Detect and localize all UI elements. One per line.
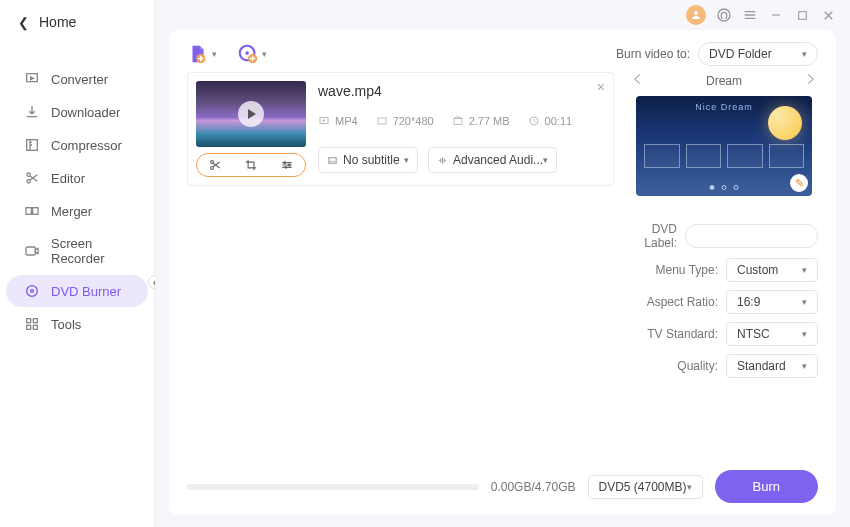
disc-icon bbox=[24, 283, 40, 299]
chevron-down-icon: ▾ bbox=[543, 155, 548, 165]
sidebar: ❮ Home Converter Downloader Compressor E… bbox=[0, 0, 155, 527]
add-file-icon bbox=[187, 43, 209, 65]
record-icon bbox=[24, 243, 40, 259]
chevron-down-icon: ▾ bbox=[404, 155, 409, 165]
sidebar-item-tools[interactable]: Tools bbox=[6, 308, 148, 340]
effects-button[interactable] bbox=[280, 158, 294, 172]
back-icon[interactable]: ❮ bbox=[18, 15, 29, 30]
tv-standard-select[interactable]: NTSC▾ bbox=[726, 322, 818, 346]
prev-template-button[interactable] bbox=[630, 72, 644, 90]
play-icon bbox=[238, 101, 264, 127]
support-icon[interactable] bbox=[716, 7, 732, 23]
close-button[interactable] bbox=[820, 7, 836, 23]
svg-rect-5 bbox=[26, 247, 35, 255]
dvd-label-input[interactable] bbox=[685, 224, 818, 248]
dvd-label-label: DVD Label: bbox=[630, 222, 677, 250]
compress-icon bbox=[24, 137, 40, 153]
svg-point-23 bbox=[285, 166, 287, 168]
chevron-down-icon: ▾ bbox=[687, 482, 692, 492]
chevron-down-icon: ▾ bbox=[802, 361, 807, 371]
svg-point-19 bbox=[211, 161, 214, 164]
svg-point-21 bbox=[284, 162, 286, 164]
subtitle-select[interactable]: No subtitle ▾ bbox=[318, 147, 418, 173]
audio-select[interactable]: Advanced Audi... ▾ bbox=[428, 147, 557, 173]
svg-point-7 bbox=[31, 290, 34, 293]
sidebar-label: Downloader bbox=[51, 105, 120, 120]
edit-template-button[interactable]: ✎ bbox=[790, 174, 808, 192]
subtitle-value: No subtitle bbox=[343, 153, 400, 167]
disc-type-select[interactable]: DVD5 (4700MB)▾ bbox=[588, 475, 703, 499]
burn-to-label: Burn video to: bbox=[616, 47, 690, 61]
chevron-down-icon: ▾ bbox=[262, 49, 267, 59]
svg-rect-3 bbox=[26, 208, 31, 215]
sidebar-label: Converter bbox=[51, 72, 108, 87]
clock-icon bbox=[528, 115, 540, 127]
burn-button[interactable]: Burn bbox=[715, 470, 818, 503]
burn-to-value: DVD Folder bbox=[709, 47, 772, 61]
quality-label: Quality: bbox=[677, 359, 718, 373]
aspect-ratio-select[interactable]: 16:9▾ bbox=[726, 290, 818, 314]
converter-icon bbox=[24, 71, 40, 87]
svg-point-13 bbox=[718, 9, 730, 21]
sidebar-item-editor[interactable]: Editor bbox=[6, 162, 148, 194]
menu-icon[interactable] bbox=[742, 7, 758, 23]
video-thumbnail[interactable] bbox=[196, 81, 306, 147]
disc-usage-bar bbox=[187, 484, 479, 490]
format-icon bbox=[318, 115, 330, 127]
chevron-down-icon: ▾ bbox=[802, 265, 807, 275]
sidebar-item-downloader[interactable]: Downloader bbox=[6, 96, 148, 128]
file-name: wave.mp4 bbox=[318, 83, 605, 99]
audio-value: Advanced Audi... bbox=[453, 153, 543, 167]
quality-select[interactable]: Standard▾ bbox=[726, 354, 818, 378]
svg-point-17 bbox=[245, 51, 249, 55]
svg-rect-25 bbox=[378, 118, 386, 124]
next-template-button[interactable] bbox=[804, 72, 818, 90]
svg-rect-4 bbox=[33, 208, 38, 215]
moon-graphic bbox=[768, 106, 802, 140]
home-label: Home bbox=[39, 14, 76, 30]
sidebar-item-dvd-burner[interactable]: DVD Burner bbox=[6, 275, 148, 307]
subtitle-icon bbox=[327, 155, 338, 166]
sidebar-item-merger[interactable]: Merger bbox=[6, 195, 148, 227]
sidebar-item-converter[interactable]: Converter bbox=[6, 63, 148, 95]
resolution-value: 720*480 bbox=[393, 115, 434, 127]
chevron-down-icon: ▾ bbox=[802, 329, 807, 339]
svg-rect-11 bbox=[33, 325, 37, 329]
content-card: ▾ ▾ Burn video to: DVD Folder ▾ × bbox=[169, 30, 836, 515]
minimize-button[interactable] bbox=[768, 7, 784, 23]
thumb-actions bbox=[196, 153, 306, 177]
scissors-icon bbox=[24, 170, 40, 186]
avatar[interactable] bbox=[686, 5, 706, 25]
add-disc-icon bbox=[237, 43, 259, 65]
burn-to-select[interactable]: DVD Folder ▾ bbox=[698, 42, 818, 66]
crop-button[interactable] bbox=[244, 158, 258, 172]
audio-icon bbox=[437, 155, 448, 166]
svg-rect-27 bbox=[329, 157, 336, 163]
template-title: Dream bbox=[706, 74, 742, 88]
sidebar-item-compressor[interactable]: Compressor bbox=[6, 129, 148, 161]
merge-icon bbox=[24, 203, 40, 219]
add-file-button[interactable]: ▾ bbox=[187, 43, 217, 65]
sidebar-item-screen-recorder[interactable]: Screen Recorder bbox=[6, 228, 148, 274]
sidebar-header: ❮ Home bbox=[0, 0, 154, 44]
size-icon bbox=[452, 115, 464, 127]
trim-button[interactable] bbox=[208, 158, 222, 172]
preview-inner-label: Nice Dream bbox=[695, 102, 753, 112]
chevron-down-icon: ▾ bbox=[802, 297, 807, 307]
add-disc-button[interactable]: ▾ bbox=[237, 43, 267, 65]
svg-point-2 bbox=[27, 180, 30, 183]
menu-type-select[interactable]: Custom▾ bbox=[726, 258, 818, 282]
disc-usage-text: 0.00GB/4.70GB bbox=[491, 480, 576, 494]
svg-rect-14 bbox=[798, 11, 806, 19]
maximize-button[interactable] bbox=[794, 7, 810, 23]
svg-rect-9 bbox=[33, 319, 37, 323]
aspect-ratio-label: Aspect Ratio: bbox=[647, 295, 718, 309]
remove-file-button[interactable]: × bbox=[597, 79, 605, 95]
sidebar-label: Compressor bbox=[51, 138, 122, 153]
sidebar-label: DVD Burner bbox=[51, 284, 121, 299]
sidebar-label: Editor bbox=[51, 171, 85, 186]
resolution-icon bbox=[376, 115, 388, 127]
svg-rect-8 bbox=[27, 319, 31, 323]
titlebar bbox=[155, 0, 850, 30]
sidebar-label: Tools bbox=[51, 317, 81, 332]
